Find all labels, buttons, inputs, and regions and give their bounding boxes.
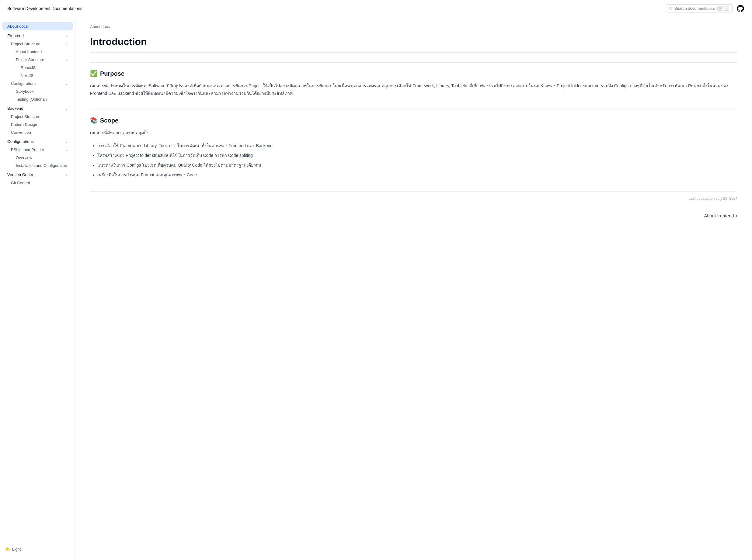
sidebar-item-label: ESLint and Prettier [11,147,44,152]
breadcrumb: About docs [90,24,737,29]
sidebar-item-label: Storybook [16,89,34,94]
sidebar-item-backend[interactable]: Backend ∨ [2,104,73,113]
sidebar-item-label: NextJS [21,73,34,78]
sidebar-item-nextjs[interactable]: NextJS [2,72,73,79]
list-item: เครื่องมือในการกำหนด Format และคุณภาพของ… [97,171,737,179]
chevron-down-icon: ∨ [65,173,68,177]
search-input[interactable] [674,6,715,11]
purpose-body: เอกสารข้อกำหนดในการพัฒนา Software มีวัตถ… [90,82,737,97]
theme-toggle[interactable]: ☀️ Light [5,547,70,552]
section-divider [90,62,737,63]
purpose-title-text: Purpose [100,70,124,77]
chevron-down-icon: ∨ [65,140,68,144]
sidebar-item-project-structure-be[interactable]: Project Structure [2,113,73,120]
sidebar-item-testing-optional[interactable]: Testing (Optional) [2,96,73,103]
list-item: การเลือกใช้ Framework, Library, Tool, et… [97,141,737,150]
list-item: แนวทางในการ Configs โปรเจคเพื่อควบคุม Qu… [97,161,737,169]
sidebar: About docs Frontend ∨ Project Structure … [0,17,75,560]
sidebar-item-label: ReactJS [21,65,36,70]
sidebar-item-label: Git Control [11,181,30,185]
next-page-link[interactable]: About frontend › [704,213,737,219]
sidebar-item-eslint-prettier[interactable]: ESLint and Prettier ∨ [2,146,73,154]
sidebar-item-configurations-fe[interactable]: Configurations ∨ [2,80,73,87]
theme-label: Light [12,547,21,552]
sidebar-item-label: Pattern Design [11,122,37,127]
last-updated: Last updated on July 26, 2024 [90,191,737,201]
chevron-down-icon: ∨ [65,34,68,38]
chevron-down-icon: ∨ [65,58,68,62]
sidebar-item-project-structure-fe[interactable]: Project Structure ∨ [2,40,73,48]
sidebar-item-version-control[interactable]: Version Control ∨ [2,171,73,179]
sidebar-item-installation-config[interactable]: Installation and Configuration [2,162,73,169]
scope-bullet-list: การเลือกใช้ Framework, Library, Tool, et… [90,141,737,179]
section-purpose: ✅ Purpose เอกสารข้อกำหนดในการพัฒนา Softw… [90,62,737,97]
top-header: Software Development Documentations ⌘ K [0,0,752,17]
github-icon[interactable] [736,4,745,13]
next-page-arrow: › [736,213,737,219]
sidebar-item-label: About docs [7,24,28,28]
list-item: โครงสร้างของ Project folder structure ที… [97,151,737,160]
sidebar-item-label: Folder Structure [16,58,44,62]
page-title: Introduction [90,36,737,53]
section-title-scope: 📚 Scope [90,117,737,124]
main-content: About docs Introduction ✅ Purpose เอกสาร… [75,17,752,560]
sidebar-item-reactjs[interactable]: ReactJS [2,64,73,72]
sidebar-item-label: Convention [11,130,31,135]
sidebar-item-convention[interactable]: Convention [2,128,73,136]
section-scope: 📚 Scope เอกสารนี้มีขอบเขตครอบคลุมถึง: กา… [90,109,737,179]
search-icon [669,6,672,11]
sidebar-item-label: Overview [16,155,32,160]
search-shortcut: ⌘ K [717,6,729,11]
sidebar-item-label: Configurations [7,139,34,144]
next-navigation: About frontend › [90,208,737,219]
purpose-icon: ✅ [90,70,98,77]
scope-title-text: Scope [100,117,118,124]
theme-icon: ☀️ [5,547,10,552]
sidebar-item-overview[interactable]: Overview [2,154,73,161]
scope-icon: 📚 [90,117,98,124]
chevron-down-icon: ∨ [65,42,68,46]
sidebar-item-git-control[interactable]: Git Control [2,179,73,187]
sidebar-item-folder-structure[interactable]: Folder Structure ∨ [2,56,73,63]
sidebar-item-pattern-design[interactable]: Pattern Design [2,121,73,128]
sidebar-item-label: Backend [7,106,23,111]
sidebar-item-label: Project Structure [11,114,40,119]
sidebar-item-about-frontend[interactable]: About frontend [2,48,73,56]
next-page-label: About frontend [704,213,734,218]
sidebar-item-label: Project Structure [11,42,40,46]
sidebar-item-label: Testing (Optional) [16,97,47,102]
sidebar-item-label: Frontend [7,34,24,38]
sidebar-item-label: Configurations [11,81,37,86]
header-right: ⌘ K [666,4,745,13]
search-kbd-modifier: ⌘ [717,6,724,11]
sidebar-item-frontend[interactable]: Frontend ∨ [2,32,73,40]
search-kbd-key: K [724,6,729,11]
scope-intro: เอกสารนี้มีขอบเขตครอบคลุมถึง: [90,129,737,137]
sidebar-item-configurations-be[interactable]: Configurations ∨ [2,137,73,146]
search-bar[interactable]: ⌘ K [666,4,733,13]
sidebar-item-label: Version Control [7,173,35,177]
sidebar-item-about-docs[interactable]: About docs [2,22,73,31]
sidebar-nav: About docs Frontend ∨ Project Structure … [0,22,75,543]
svg-line-1 [671,9,671,9]
main-layout: About docs Frontend ∨ Project Structure … [0,17,752,560]
sidebar-item-storybook[interactable]: Storybook [2,87,73,95]
section-divider-scope [90,109,737,109]
sidebar-footer[interactable]: ☀️ Light [0,543,75,555]
sidebar-item-label: Installation and Configuration [16,163,67,168]
chevron-down-icon: ∨ [65,81,68,86]
app-title: Software Development Documentations [7,6,82,11]
sidebar-item-label: About frontend [16,49,42,54]
section-title-purpose: ✅ Purpose [90,70,737,77]
chevron-down-icon: ∨ [65,148,68,152]
chevron-down-icon: ∨ [65,106,68,111]
